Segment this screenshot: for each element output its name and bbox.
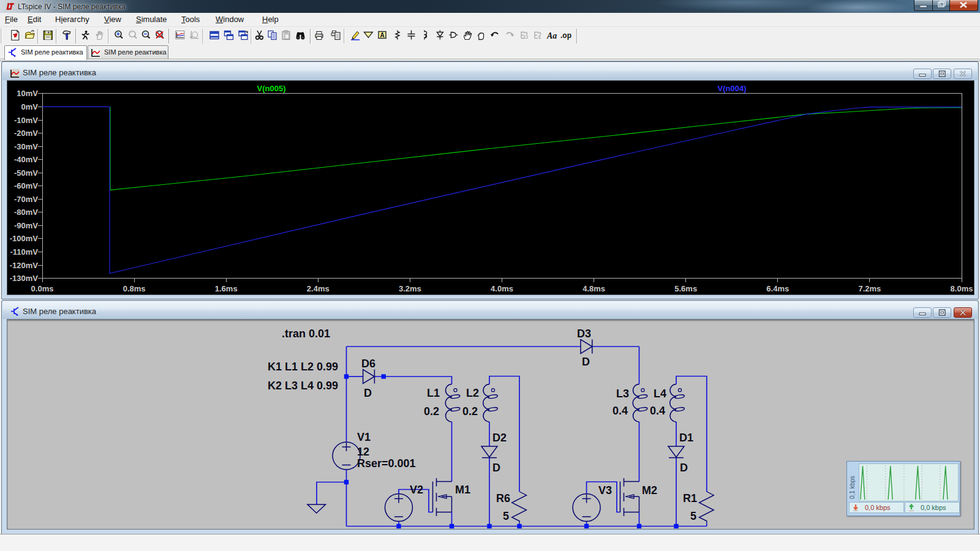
svg-text:A: A — [380, 32, 384, 39]
svg-text:12: 12 — [357, 446, 369, 458]
svg-text:L4: L4 — [654, 388, 666, 400]
svg-text:0.4: 0.4 — [650, 405, 665, 417]
svg-text:4.8ms: 4.8ms — [582, 284, 605, 293]
svg-text:D1: D1 — [679, 432, 693, 444]
svg-text:-30mV: -30mV — [14, 142, 38, 151]
svg-text:3.2ms: 3.2ms — [399, 284, 421, 293]
svg-text:-40mV: -40mV — [14, 155, 38, 164]
svg-text:V3: V3 — [598, 484, 612, 497]
svg-text:5: 5 — [503, 510, 509, 522]
svg-text:V(n005): V(n005) — [257, 84, 286, 93]
svg-text:Aa: Aa — [546, 31, 557, 40]
svg-text:-60mV: -60mV — [14, 181, 38, 190]
svg-text:D3: D3 — [577, 328, 591, 340]
svg-text:0.4: 0.4 — [612, 405, 628, 417]
svg-text:V2: V2 — [410, 484, 423, 496]
svg-text:D: D — [582, 356, 590, 368]
svg-text:-130mV: -130mV — [10, 274, 39, 283]
svg-text:V(n004): V(n004) — [718, 84, 747, 93]
svg-text:0.2: 0.2 — [462, 405, 478, 418]
svg-text:-90mV: -90mV — [14, 221, 38, 230]
svg-text:-100mV: -100mV — [10, 234, 39, 243]
svg-text:1.6ms: 1.6ms — [215, 284, 238, 293]
svg-text:6.4ms: 6.4ms — [766, 284, 789, 293]
svg-text:-10mV: -10mV — [14, 116, 38, 125]
svg-text:7.2ms: 7.2ms — [858, 284, 881, 293]
svg-text:0.0ms: 0.0ms — [31, 284, 54, 293]
svg-text:4.0ms: 4.0ms — [491, 284, 513, 293]
svg-text:M2: M2 — [642, 484, 657, 497]
svg-text:L1: L1 — [427, 387, 440, 399]
svg-text:0.8ms: 0.8ms — [123, 284, 146, 293]
svg-text:K2 L3 L4 0.99: K2 L3 L4 0.99 — [268, 380, 338, 392]
svg-text:D: D — [492, 462, 500, 474]
svg-text:.tran 0.01: .tran 0.01 — [282, 328, 330, 340]
svg-text:M1: M1 — [455, 484, 470, 496]
svg-text:-80mV: -80mV — [14, 208, 38, 217]
svg-text:5.6ms: 5.6ms — [674, 284, 697, 293]
svg-text:Rser=0.001: Rser=0.001 — [357, 457, 416, 470]
svg-text:-70mV: -70mV — [14, 195, 38, 204]
svg-text:2.4ms: 2.4ms — [307, 284, 330, 293]
svg-text:R1: R1 — [683, 492, 697, 504]
svg-text:K1 L1 L2 0.99: K1 L1 L2 0.99 — [268, 361, 338, 373]
svg-text:8.0ms: 8.0ms — [951, 284, 973, 293]
svg-text:L3: L3 — [616, 388, 629, 400]
svg-text:D6: D6 — [361, 358, 375, 370]
svg-text:-120mV: -120mV — [10, 261, 39, 270]
svg-text:L2: L2 — [466, 387, 479, 399]
svg-text:.op: .op — [560, 31, 571, 40]
svg-text:D: D — [364, 387, 372, 399]
svg-text:-20mV: -20mV — [14, 129, 38, 138]
svg-text:-110mV: -110mV — [10, 247, 38, 257]
svg-text:D: D — [680, 462, 688, 474]
svg-text:0.2: 0.2 — [424, 405, 439, 418]
svg-text:0mV: 0mV — [21, 102, 39, 111]
svg-text:V1: V1 — [357, 431, 371, 443]
svg-text:D2: D2 — [492, 432, 507, 444]
svg-text:5: 5 — [690, 510, 696, 522]
svg-text:-50mV: -50mV — [14, 168, 38, 178]
svg-text:10mV: 10mV — [17, 89, 38, 98]
svg-text:R6: R6 — [496, 492, 510, 504]
